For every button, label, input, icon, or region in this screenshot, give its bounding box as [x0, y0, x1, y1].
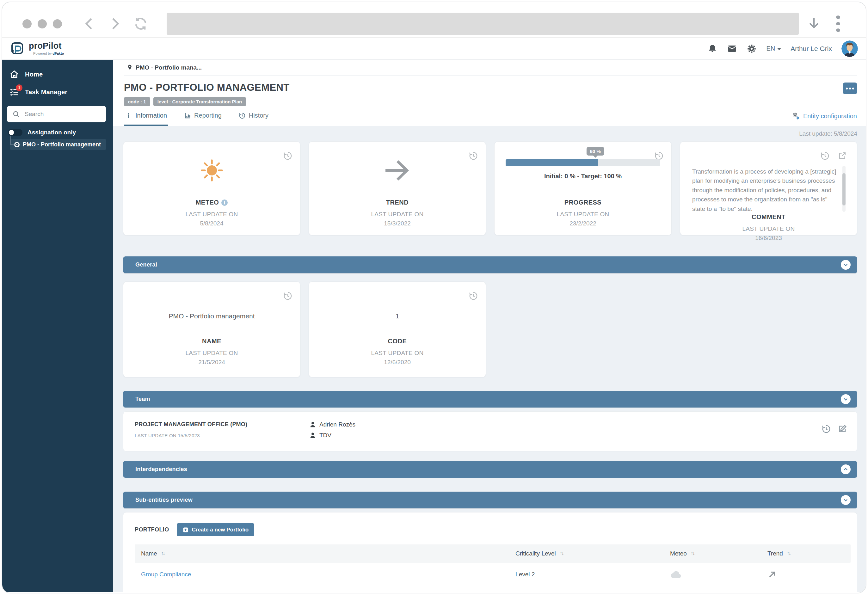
- tab-reporting-label: Reporting: [194, 112, 221, 119]
- tab-reporting[interactable]: Reporting: [183, 111, 223, 124]
- progress-track: [506, 159, 660, 166]
- window-control-dot[interactable]: [22, 19, 32, 28]
- avatar[interactable]: [841, 40, 858, 57]
- entity-configuration-label: Entity configuration: [803, 112, 857, 120]
- main-content: PMO - Portfolio mana... PMO - PORTFOLIO …: [113, 60, 866, 592]
- edit-icon[interactable]: [838, 424, 847, 434]
- trend-card: TREND LAST UPDATE ON 15/3/2022: [309, 141, 486, 236]
- comment-last-update-label: LAST UPDATE ON: [742, 226, 795, 232]
- create-portfolio-label: Create a new Portfolio: [192, 527, 248, 533]
- history-icon[interactable]: [820, 151, 830, 161]
- team-member-name: TDV: [319, 432, 331, 439]
- more-actions-button[interactable]: [843, 83, 857, 94]
- app-logo[interactable]: proPilot — Powered by dFakto: [10, 41, 64, 56]
- powered-by: — Powered by dFakto: [29, 52, 64, 55]
- tab-history[interactable]: History: [238, 111, 270, 124]
- address-bar[interactable]: [167, 13, 799, 35]
- back-icon[interactable]: [82, 16, 97, 31]
- section-team[interactable]: Team: [123, 391, 857, 407]
- entity-configuration-button[interactable]: Entity configuration: [792, 111, 857, 120]
- language-selector[interactable]: EN: [766, 45, 781, 52]
- portfolio-link[interactable]: Group Compliance: [141, 571, 191, 577]
- plus-square-icon: [183, 527, 189, 533]
- settings-gear-icon[interactable]: [747, 44, 757, 54]
- tab-history-label: History: [249, 112, 269, 119]
- comment-scroll-thumb[interactable]: [842, 173, 846, 205]
- messages-envelope-icon[interactable]: [727, 44, 737, 54]
- create-portfolio-button[interactable]: Create a new Portfolio: [177, 523, 254, 536]
- chevron-down-icon: [777, 48, 781, 50]
- sun-icon: [200, 158, 224, 182]
- history-icon[interactable]: [283, 291, 292, 301]
- sidebar-item-task-manager[interactable]: 1 Task Manager: [2, 83, 113, 101]
- sidebar-item-home[interactable]: Home: [2, 65, 113, 83]
- comment-card: Transformation is a process of developin…: [680, 141, 857, 236]
- window-controls[interactable]: [22, 19, 62, 28]
- history-icon[interactable]: [822, 424, 831, 434]
- sidebar-item-pmo-portfolio[interactable]: PMO - Portfolio management: [10, 139, 106, 150]
- name-value: PMO - Portfolio management: [169, 312, 255, 320]
- table-row: [135, 586, 850, 592]
- external-link-icon[interactable]: [838, 151, 847, 161]
- column-header-name[interactable]: Name ↑↓: [135, 550, 509, 557]
- team-member: TDV: [309, 432, 356, 439]
- user-name[interactable]: Arthur Le Grix: [791, 45, 832, 53]
- code-badge: code : 1: [124, 97, 150, 106]
- column-header-criticality[interactable]: Criticality Level ↑↓: [509, 550, 664, 557]
- trend-last-update-label: LAST UPDATE ON: [371, 211, 424, 218]
- browser-window: proPilot — Powered by dFakto EN: [1, 1, 867, 594]
- sort-icon[interactable]: ↑↓: [161, 551, 164, 557]
- collapse-chevron-up-icon[interactable]: [841, 464, 850, 474]
- progress-tooltip: 60 %: [586, 147, 604, 155]
- team-last-update: LAST UPDATE ON 15/5/2023: [135, 433, 309, 438]
- meteo-date: 5/8/2024: [200, 220, 224, 227]
- app-header: proPilot — Powered by dFakto EN: [2, 38, 866, 60]
- sort-icon[interactable]: ↑↓: [691, 551, 694, 557]
- notifications-bell-icon[interactable]: [707, 44, 717, 54]
- section-team-title: Team: [135, 396, 150, 403]
- column-header-trend[interactable]: Trend ↑↓: [761, 550, 850, 557]
- refresh-icon[interactable]: [133, 15, 149, 32]
- portfolio-label: PORTFOLIO: [135, 526, 169, 533]
- history-icon[interactable]: [283, 151, 292, 161]
- code-card: 1 CODE LAST UPDATE ON 12/6/2020: [309, 281, 486, 378]
- forward-icon[interactable]: [107, 16, 123, 31]
- name-last-update-label: LAST UPDATE ON: [185, 350, 238, 357]
- section-sub-entities[interactable]: Sub-entities preview: [123, 492, 857, 508]
- history-icon[interactable]: [469, 291, 478, 301]
- browser-menu-icon[interactable]: [830, 15, 846, 32]
- collapse-chevron-down-icon[interactable]: [841, 394, 850, 404]
- window-control-dot[interactable]: [38, 19, 47, 28]
- team-role: PROJECT MANAGEMENT OFFICE (PMO): [135, 421, 309, 428]
- name-label: NAME: [202, 338, 221, 345]
- window-control-dot[interactable]: [53, 19, 62, 28]
- info-circle-icon[interactable]: [221, 199, 228, 206]
- search-icon: [12, 110, 20, 118]
- tab-information[interactable]: Information: [124, 111, 168, 126]
- history-icon[interactable]: [469, 151, 478, 161]
- level-badge: level : Corporate Transformation Plan: [154, 97, 247, 106]
- code-last-update-label: LAST UPDATE ON: [371, 350, 424, 357]
- tab-information-label: Information: [135, 112, 167, 119]
- meteo-cell: [664, 570, 761, 579]
- collapse-chevron-down-icon[interactable]: [841, 495, 850, 505]
- criticality-cell: Level 2: [509, 571, 664, 578]
- home-icon: [9, 69, 19, 79]
- section-general[interactable]: General: [123, 256, 857, 273]
- breadcrumb[interactable]: PMO - Portfolio mana...: [136, 64, 202, 71]
- download-icon[interactable]: [806, 15, 822, 32]
- report-chart-icon: [184, 112, 191, 119]
- sort-icon[interactable]: ↑↓: [787, 551, 790, 557]
- search-input[interactable]: [7, 106, 106, 123]
- assignation-toggle[interactable]: [8, 129, 22, 136]
- person-icon: [309, 421, 316, 428]
- section-interdependencies-title: Interdependencies: [135, 466, 187, 472]
- section-interdependencies[interactable]: Interdependencies: [123, 461, 857, 478]
- collapse-chevron-down-icon[interactable]: [841, 260, 850, 270]
- table-row: Group Compliance Level 2: [135, 563, 850, 586]
- comment-scrollbar[interactable]: [842, 166, 846, 212]
- column-header-meteo[interactable]: Meteo ↑↓: [664, 550, 761, 557]
- section-sub-entities-title: Sub-entities preview: [135, 497, 193, 503]
- sort-icon[interactable]: ↑↓: [560, 551, 563, 557]
- progress-range-label: Initial: 0 % - Target: 100 %: [544, 173, 621, 180]
